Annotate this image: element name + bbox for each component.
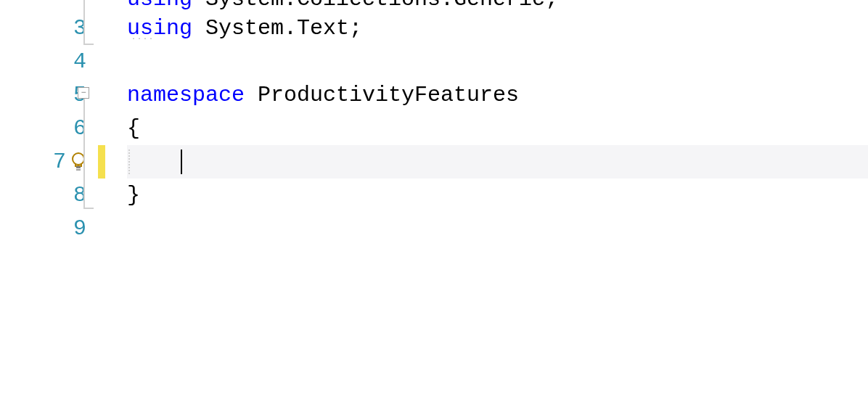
outline-end: [83, 44, 94, 45]
fold-glyph: −: [81, 89, 86, 97]
type-token: System.Collections.Generic: [205, 0, 545, 12]
code-line[interactable]: [127, 212, 868, 245]
outline-guide: [83, 0, 85, 45]
keyword-token: namespace: [127, 83, 245, 107]
gutter-row-current: 7: [0, 145, 91, 179]
brace-token: {: [127, 116, 140, 141]
gutter-row: 6: [0, 112, 91, 145]
type-token: System.Text: [205, 16, 349, 41]
gutter-row: 3: [0, 12, 91, 45]
whitespace-dots: ····: [131, 35, 155, 43]
code-area[interactable]: using System.Collections.Generic; ···· u…: [127, 0, 868, 418]
punct-token: ;: [545, 0, 558, 12]
identifier-token: ProductivityFeatures: [258, 83, 519, 107]
text-caret: [181, 149, 182, 174]
code-line[interactable]: }: [127, 179, 868, 212]
gutter-row-partial: [0, 0, 91, 12]
code-line[interactable]: ···· using System.Text;: [127, 12, 868, 45]
line-number: 9: [73, 216, 86, 241]
code-editor[interactable]: 3 4 5 6 7 8 9 − using System.Collections…: [0, 0, 868, 418]
line-number: 4: [73, 49, 86, 74]
keyword-token: using: [127, 0, 192, 12]
gutter-row: 8: [0, 179, 91, 212]
code-line-partial: using System.Collections.Generic;: [127, 0, 868, 12]
outline-guide: [83, 99, 85, 209]
brace-token: }: [127, 183, 140, 208]
code-line-current[interactable]: [127, 145, 868, 179]
punct-token: ;: [349, 16, 362, 41]
code-line[interactable]: namespace ProductivityFeatures: [127, 78, 868, 112]
editor-margin: −: [91, 0, 127, 418]
line-number-gutter: 3 4 5 6 7 8 9: [0, 0, 91, 418]
gutter-row: 4: [0, 45, 91, 78]
svg-rect-1: [76, 166, 81, 168]
indent-guide: [128, 149, 130, 174]
fold-toggle[interactable]: −: [78, 87, 89, 99]
code-line[interactable]: {: [127, 112, 868, 145]
code-line[interactable]: [127, 45, 868, 78]
change-indicator: [98, 145, 105, 179]
outline-end: [83, 208, 94, 209]
gutter-row: 9: [0, 212, 91, 245]
svg-point-0: [73, 153, 84, 165]
line-number: 7: [53, 149, 66, 174]
